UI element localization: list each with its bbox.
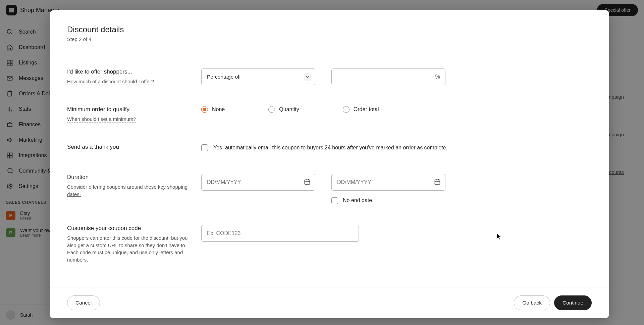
- footer-right: Go back Continue: [514, 295, 592, 310]
- minimum-hint[interactable]: When should I set a minimum?: [67, 116, 136, 123]
- duration-label-col: Duration Consider offering coupons aroun…: [67, 174, 188, 198]
- sidebar-item-label: Finances: [19, 122, 41, 128]
- go-back-button[interactable]: Go back: [514, 295, 550, 310]
- checkbox-icon: [201, 144, 208, 151]
- radio-label: Order total: [354, 106, 379, 112]
- sidebar-item-label: Stats: [19, 106, 31, 112]
- thankyou-title: Send as a thank you: [67, 144, 188, 150]
- user-name: Sarah: [20, 312, 33, 318]
- sidebar-item-label: Listings: [19, 60, 37, 66]
- sidebar-item-label: Settings: [19, 183, 38, 189]
- radio-label: None: [212, 106, 225, 112]
- radio-dot-icon: [201, 106, 208, 113]
- clipboard-icon: [6, 90, 13, 97]
- svg-rect-17: [10, 156, 12, 158]
- svg-line-1: [11, 33, 12, 35]
- sidebar-item-label: Integrations: [19, 152, 47, 158]
- svg-rect-19: [305, 180, 310, 184]
- svg-rect-3: [10, 60, 12, 62]
- percentage-input[interactable]: [331, 68, 445, 85]
- code-title: Customise your coupon code: [67, 225, 188, 232]
- modal-footer: Cancel Go back Continue: [50, 287, 609, 318]
- minimum-row: Minimum order to qualify When should I s…: [67, 106, 592, 123]
- minimum-inputs: None Quantity Order total: [201, 106, 592, 113]
- code-hint: Shoppers can enter this code for the dis…: [67, 234, 188, 264]
- offer-hint[interactable]: How much of a discount should I offer?: [67, 79, 154, 85]
- bank-icon: [6, 121, 13, 128]
- thankyou-check[interactable]: Yes, automatically email this coupon to …: [201, 144, 447, 152]
- radio-order-total[interactable]: Order total: [343, 106, 379, 113]
- discount-details-modal: Discount details Step 2 of 4 I'd like to…: [50, 10, 609, 318]
- radio-quantity[interactable]: Quantity: [268, 106, 299, 113]
- offer-label-col: I'd like to offer shoppers... How much o…: [67, 68, 188, 85]
- thankyou-inputs: Yes, automatically email this coupon to …: [201, 144, 592, 152]
- duration-hint: Consider offering coupons around these k…: [67, 183, 188, 198]
- svg-rect-23: [435, 180, 440, 184]
- discount-type-select[interactable]: Percentage off: [201, 68, 315, 85]
- code-row: Customise your coupon code Shoppers can …: [67, 225, 592, 264]
- no-end-date-check[interactable]: No end date: [331, 197, 445, 204]
- minimum-radio-group: None Quantity Order total: [201, 106, 379, 113]
- duration-title: Duration: [67, 174, 188, 181]
- duration-hint-prefix: Consider offering coupons around: [67, 184, 144, 190]
- end-date-input[interactable]: [331, 174, 445, 191]
- minimum-label-col: Minimum order to qualify When should I s…: [67, 106, 188, 123]
- megaphone-icon: [6, 136, 13, 144]
- stats-icon: [6, 105, 13, 113]
- channel-handle: uifeed: [20, 216, 31, 221]
- radio-label: Quantity: [279, 106, 299, 112]
- thankyou-label-col: Send as a thank you: [67, 144, 188, 153]
- start-date-wrap: [201, 174, 315, 191]
- calendar-icon: [304, 178, 311, 186]
- mail-icon: [6, 75, 13, 82]
- radio-dot-icon: [343, 106, 350, 113]
- checkbox-icon: [331, 197, 338, 204]
- end-date-col: No end date: [331, 174, 445, 204]
- thankyou-row: Send as a thank you Yes, automatically e…: [67, 144, 592, 153]
- chevron-down-icon: [304, 73, 311, 81]
- channel-name: Etsy: [20, 210, 31, 216]
- channel-badge-icon: P: [6, 228, 15, 237]
- percent-suffix: %: [435, 74, 440, 80]
- start-date-input[interactable]: [201, 174, 315, 191]
- offer-inputs: Percentage off %: [201, 68, 592, 85]
- discount-type-value: Percentage off: [201, 68, 315, 85]
- percentage-input-wrap: %: [331, 68, 445, 85]
- modal-header: Discount details Step 2 of 4: [50, 10, 609, 52]
- svg-rect-2: [7, 60, 9, 62]
- cancel-button[interactable]: Cancel: [67, 295, 100, 310]
- modal-step: Step 2 of 4: [67, 36, 592, 42]
- sidebar-item-label: Marketing: [19, 137, 42, 143]
- radio-none[interactable]: None: [201, 106, 225, 113]
- svg-rect-16: [7, 156, 10, 158]
- svg-rect-4: [7, 63, 9, 65]
- modal-title: Discount details: [67, 25, 592, 34]
- thankyou-check-label: Yes, automatically email this coupon to …: [213, 144, 447, 152]
- code-label-col: Customise your coupon code Shoppers can …: [67, 225, 188, 264]
- offer-row: I'd like to offer shoppers... How much o…: [67, 68, 592, 85]
- code-inputs: [201, 225, 592, 242]
- coupon-code-input[interactable]: [201, 225, 359, 242]
- grid-icon: [6, 59, 13, 66]
- search-icon: [6, 28, 13, 36]
- svg-point-0: [7, 30, 11, 34]
- svg-rect-14: [7, 153, 10, 155]
- continue-button[interactable]: Continue: [554, 295, 592, 310]
- svg-rect-5: [10, 63, 12, 65]
- chat-icon: [6, 167, 13, 175]
- sidebar-item-label: Search: [19, 29, 36, 35]
- radio-dot-icon: [268, 106, 275, 113]
- channel-badge-icon: E: [6, 211, 15, 220]
- offer-title: I'd like to offer shoppers...: [67, 68, 188, 75]
- duration-inputs: No end date: [201, 174, 592, 204]
- no-end-date-label: No end date: [343, 197, 372, 203]
- channel-text: Etsy uifeed: [20, 210, 31, 221]
- svg-rect-12: [7, 124, 12, 127]
- sidebar-item-label: Dashboard: [19, 44, 45, 50]
- avatar: [6, 310, 15, 320]
- svg-rect-15: [10, 153, 12, 155]
- modal-body: I'd like to offer shoppers... How much o…: [50, 52, 609, 287]
- sidebar-item-label: Messages: [19, 75, 43, 81]
- apps-icon: [6, 152, 13, 159]
- svg-point-18: [9, 186, 11, 187]
